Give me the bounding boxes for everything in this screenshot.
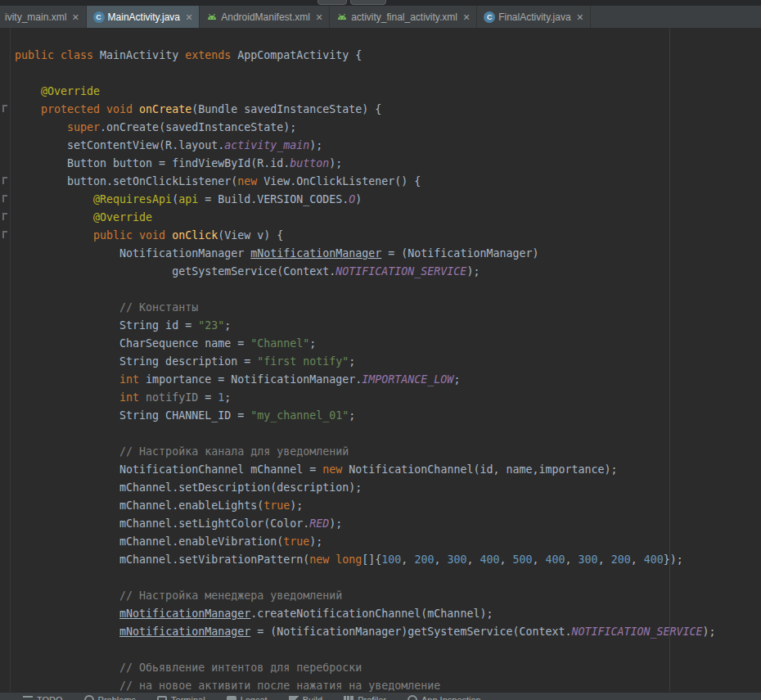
build-icon (289, 696, 299, 700)
tab-label: FinalActivity.java (498, 11, 570, 23)
fold-marker-icon[interactable] (2, 195, 7, 202)
code-editor[interactable]: public class MainActivity extends AppCom… (0, 28, 761, 700)
code-line: setContentView(R.layout.activity_main); (15, 137, 761, 155)
tab-mainactivity-java[interactable]: C MainActivity.java × (87, 6, 200, 28)
todo-icon (23, 696, 33, 700)
fold-marker-icon[interactable] (2, 105, 7, 112)
toolwindow-label: Terminal (171, 695, 205, 700)
profiler-icon (344, 696, 353, 700)
toolwindow-label: Logcat (241, 695, 268, 700)
fold-marker-icon[interactable] (2, 231, 7, 238)
close-icon[interactable]: × (186, 13, 192, 21)
close-icon[interactable]: × (577, 13, 583, 21)
code-line (15, 425, 761, 443)
code-line: mChannel.enableVibration(true); (15, 533, 761, 551)
code-line (15, 281, 761, 299)
tab-activity-main-xml[interactable]: ivity_main.xml × (0, 6, 87, 28)
gutter-separator (10, 28, 11, 700)
editor-tab-bar: ivity_main.xml × C MainActivity.java × A… (0, 6, 761, 28)
code-line: // Настройка менеджера уведомлений (15, 587, 761, 605)
code-line: NotificationManager mNotificationManager… (15, 245, 761, 263)
toolwindow-profiler[interactable]: Profiler (344, 695, 386, 700)
tab-finalactivity-java[interactable]: C FinalActivity.java × (477, 6, 591, 28)
code-line: protected void onCreate(Bundle savedInst… (15, 101, 761, 119)
toolwindow-build[interactable]: Build (289, 695, 322, 700)
toolwindow-logcat[interactable]: Logcat (227, 695, 268, 700)
toolwindow-label: Profiler (358, 695, 386, 700)
toolwindow-app-inspection[interactable]: App Inspection (408, 695, 481, 700)
android-icon (206, 11, 218, 23)
code-line: CharSequence name = "Channel"; (15, 335, 761, 353)
tab-label: MainActivity.java (108, 11, 180, 23)
fold-marker-icon[interactable] (2, 177, 7, 184)
close-icon[interactable]: × (72, 13, 79, 21)
code-line: public class MainActivity extends AppCom… (15, 47, 761, 65)
code-line: mChannel.setDescription(description); (15, 479, 761, 497)
code-line: mChannel.setVibrationPattern(new long[]{… (15, 551, 761, 569)
toolwindow-terminal[interactable]: Terminal (157, 695, 205, 700)
tab-label: ivity_main.xml (5, 11, 66, 23)
code-line: mChannel.enableLights(true); (15, 497, 761, 515)
close-icon[interactable]: × (316, 13, 322, 21)
code-line: int notifyID = 1; (15, 389, 761, 407)
titlebar (0, 0, 761, 6)
code-line: Button button = findViewById(R.id.button… (15, 155, 761, 173)
code-line: mNotificationManager.createNotificationC… (15, 605, 761, 623)
code-line (15, 65, 761, 83)
code-line: String CHANNEL_ID = "my_channel_01"; (15, 407, 761, 425)
logcat-icon (227, 696, 236, 700)
code-line: // Настройка канала для уведомлений (15, 443, 761, 461)
terminal-icon (157, 696, 167, 700)
problems-icon (84, 695, 94, 700)
tab-label: activity_final_activity.xml (351, 11, 457, 23)
code-line: @Override (15, 83, 761, 101)
toolbar-button-clipped-1[interactable] (317, 0, 347, 5)
code-line: super.onCreate(savedInstanceState); (15, 119, 761, 137)
code-line: mNotificationManager = (NotificationMana… (15, 623, 761, 641)
toolwindow-problems[interactable]: Problems (84, 695, 136, 700)
app-inspection-icon (408, 695, 417, 700)
toolwindow-todo[interactable]: TODO (23, 695, 63, 700)
code-line (15, 641, 761, 659)
java-class-icon: C (93, 11, 105, 23)
code-line (15, 569, 761, 587)
tab-label: AndroidManifest.xml (221, 11, 310, 23)
tab-androidmanifest-xml[interactable]: AndroidManifest.xml × (200, 6, 330, 28)
code-line: button.setOnClickListener(new View.OnCli… (15, 173, 761, 191)
code-line: mChannel.setLightColor(Color.RED); (15, 515, 761, 533)
toolwindow-label: Build (303, 695, 322, 700)
toolwindow-label: TODO (37, 695, 63, 700)
java-class-icon: C (484, 11, 495, 23)
fold-marker-icon[interactable] (2, 213, 7, 220)
code-line: String description = "first notify"; (15, 353, 761, 371)
code-area[interactable]: public class MainActivity extends AppCom… (15, 47, 761, 695)
code-line: String id = "23"; (15, 317, 761, 335)
toolwindow-label: App Inspection (421, 695, 481, 700)
code-line: getSystemService(Context.NOTIFICATION_SE… (15, 263, 761, 281)
tab-activity-final-activity-xml[interactable]: activity_final_activity.xml × (330, 6, 477, 28)
code-line: // Константы (15, 299, 761, 317)
status-bar: TODO Problems Terminal Logcat Build Prof… (0, 692, 761, 700)
toolwindow-label: Problems (98, 695, 136, 700)
code-line: @Override (15, 209, 761, 227)
code-line: int importance = NotificationManager.IMP… (15, 371, 761, 389)
code-line: @RequiresApi(api = Build.VERSION_CODES.O… (15, 191, 761, 209)
code-line: // Обьявление интентов для переброски (15, 659, 761, 677)
code-line: NotificationChannel mChannel = new Notif… (15, 461, 761, 479)
code-line: public void onClick(View v) { (15, 227, 761, 245)
toolbar-button-clipped-2[interactable] (350, 0, 386, 5)
android-icon (336, 11, 348, 23)
close-icon[interactable]: × (463, 13, 470, 21)
